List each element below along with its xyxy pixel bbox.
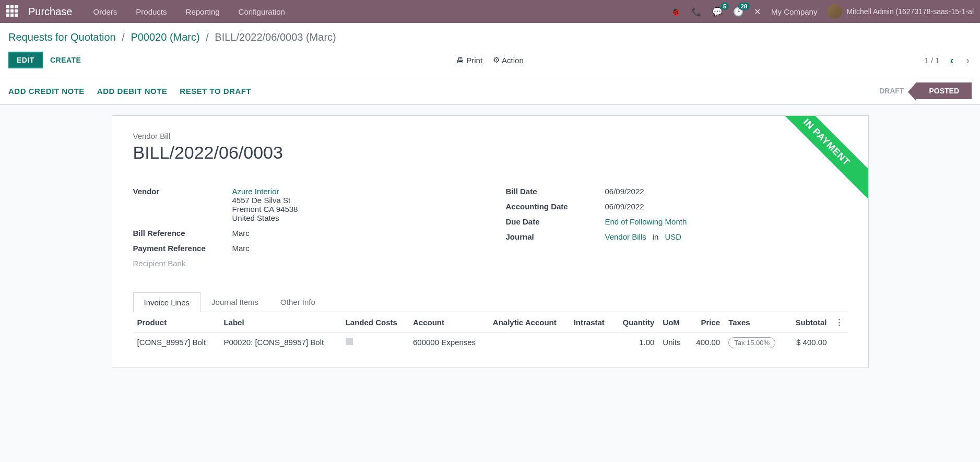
col-intrastat[interactable]: Intrastat xyxy=(570,312,613,333)
edit-button[interactable]: EDIT xyxy=(8,52,43,68)
cell-analytic xyxy=(489,333,570,352)
col-subtotal[interactable]: Subtotal xyxy=(786,312,831,333)
cell-product: [CONS_89957] Bolt xyxy=(133,333,220,352)
table-row[interactable]: [CONS_89957] Bolt P00020: [CONS_89957] B… xyxy=(133,333,847,352)
col-taxes[interactable]: Taxes xyxy=(724,312,786,333)
add-credit-note-button[interactable]: ADD CREDIT NOTE xyxy=(8,87,85,96)
menu-products[interactable]: Products xyxy=(136,7,167,16)
vendor-addr3: United States xyxy=(232,214,475,222)
gear-icon: ⚙ xyxy=(493,55,500,65)
cell-taxes: Tax 15.00% xyxy=(724,333,786,352)
cell-account: 600000 Expenses xyxy=(409,333,489,352)
col-analytic[interactable]: Analytic Account xyxy=(489,312,570,333)
billref-value: Marc xyxy=(232,229,475,238)
cell-uom: Units xyxy=(658,333,688,352)
col-landed[interactable]: Landed Costs xyxy=(341,312,409,333)
col-product[interactable]: Product xyxy=(133,312,220,333)
breadcrumb: Requests for Quotation / P00020 (Marc) /… xyxy=(8,31,972,43)
cell-landed xyxy=(341,333,409,352)
breadcrumb-parent[interactable]: P00020 (Marc) xyxy=(131,31,199,43)
payref-label: Payment Reference xyxy=(133,244,232,253)
reset-to-draft-button[interactable]: RESET TO DRAFT xyxy=(180,87,251,96)
recipbank-label: Recipient Bank xyxy=(133,259,232,268)
doc-type-label: Vendor Bill xyxy=(133,132,847,140)
bug-icon[interactable]: 🐞 xyxy=(670,7,681,17)
billdate-value: 06/09/2022 xyxy=(605,187,847,196)
journal-in: in xyxy=(653,232,659,241)
user-menu[interactable]: Mitchell Admin (16273178-saas-15-1-al xyxy=(828,4,974,19)
tab-invoice-lines[interactable]: Invoice Lines xyxy=(133,292,201,312)
form-sheet: IN PAYMENT Vendor Bill BILL/2022/06/0003… xyxy=(112,115,869,368)
messages-badge: 5 xyxy=(721,3,729,10)
col-qty[interactable]: Quantity xyxy=(613,312,658,333)
apps-icon[interactable] xyxy=(6,5,19,18)
company-selector[interactable]: My Company xyxy=(771,7,817,16)
invoice-lines-table: Product Label Landed Costs Account Analy… xyxy=(133,312,847,352)
menu-orders[interactable]: Orders xyxy=(93,7,117,16)
pager-prev-icon[interactable]: ‹ xyxy=(948,54,956,66)
print-button[interactable]: 🖶 Print xyxy=(456,55,482,65)
pager-next-icon[interactable]: › xyxy=(964,54,972,66)
kebab-icon[interactable]: ⋮ xyxy=(835,317,843,326)
duedate-link[interactable]: End of Following Month xyxy=(605,217,687,226)
pager: 1 / 1 xyxy=(924,56,939,65)
activity-badge: 28 xyxy=(738,3,750,10)
status-bar: ADD CREDIT NOTE ADD DEBIT NOTE RESET TO … xyxy=(0,77,980,105)
vendor-addr2: Fremont CA 94538 xyxy=(232,205,475,214)
create-button[interactable]: CREATE xyxy=(43,53,89,67)
col-uom[interactable]: UoM xyxy=(658,312,688,333)
checkbox-icon xyxy=(346,338,353,345)
billdate-label: Bill Date xyxy=(506,187,605,196)
breadcrumb-root[interactable]: Requests for Quotation xyxy=(8,31,116,43)
accdate-label: Accounting Date xyxy=(506,202,605,211)
add-debit-note-button[interactable]: ADD DEBIT NOTE xyxy=(97,87,168,96)
journal-link[interactable]: Vendor Bills xyxy=(605,232,646,241)
col-price[interactable]: Price xyxy=(688,312,724,333)
accdate-value: 06/09/2022 xyxy=(605,202,847,211)
menu-reporting[interactable]: Reporting xyxy=(186,7,220,16)
activity-icon[interactable]: 🕒28 xyxy=(733,7,743,17)
journal-currency[interactable]: USD xyxy=(665,232,681,241)
action-button[interactable]: ⚙ Action xyxy=(493,55,524,65)
breadcrumb-bar: Requests for Quotation / P00020 (Marc) /… xyxy=(0,23,980,48)
cell-subtotal: $ 400.00 xyxy=(786,333,831,352)
vendor-label: Vendor xyxy=(133,187,232,196)
avatar xyxy=(828,4,842,19)
tab-journal-items[interactable]: Journal Items xyxy=(200,292,269,312)
doc-title: BILL/2022/06/0003 xyxy=(133,143,847,163)
tabs: Invoice Lines Journal Items Other Info xyxy=(133,292,847,312)
col-account[interactable]: Account xyxy=(409,312,489,333)
breadcrumb-current: BILL/2022/06/0003 (Marc) xyxy=(215,31,336,43)
app-brand[interactable]: Purchase xyxy=(28,6,73,18)
tab-other-info[interactable]: Other Info xyxy=(269,292,326,312)
duedate-label: Due Date xyxy=(506,217,605,226)
user-name: Mitchell Admin (16273178-saas-15-1-al xyxy=(846,7,974,16)
tax-chip: Tax 15.00% xyxy=(728,337,775,348)
print-icon: 🖶 xyxy=(456,56,464,65)
messages-icon[interactable]: 💬5 xyxy=(712,7,723,17)
cell-label: P00020: [CONS_89957] Bolt xyxy=(219,333,341,352)
cell-qty: 1.00 xyxy=(613,333,658,352)
billref-label: Bill Reference xyxy=(133,229,232,238)
journal-label: Journal xyxy=(506,232,605,241)
vendor-link[interactable]: Azure Interior xyxy=(232,187,279,196)
main-menu: Orders Products Reporting Configuration xyxy=(93,7,285,16)
col-label[interactable]: Label xyxy=(219,312,341,333)
tools-icon[interactable]: ✕ xyxy=(754,7,761,17)
top-nav: Purchase Orders Products Reporting Confi… xyxy=(0,0,980,23)
phone-icon[interactable]: 📞 xyxy=(691,7,702,17)
status-posted[interactable]: POSTED xyxy=(916,82,972,99)
control-bar: EDIT CREATE 🖶 Print ⚙ Action 1 / 1 ‹ › xyxy=(0,48,980,77)
payref-value: Marc xyxy=(232,244,475,253)
cell-price: 400.00 xyxy=(688,333,724,352)
cell-intrastat xyxy=(570,333,613,352)
vendor-addr1: 4557 De Silva St xyxy=(232,196,475,205)
menu-configuration[interactable]: Configuration xyxy=(239,7,285,16)
